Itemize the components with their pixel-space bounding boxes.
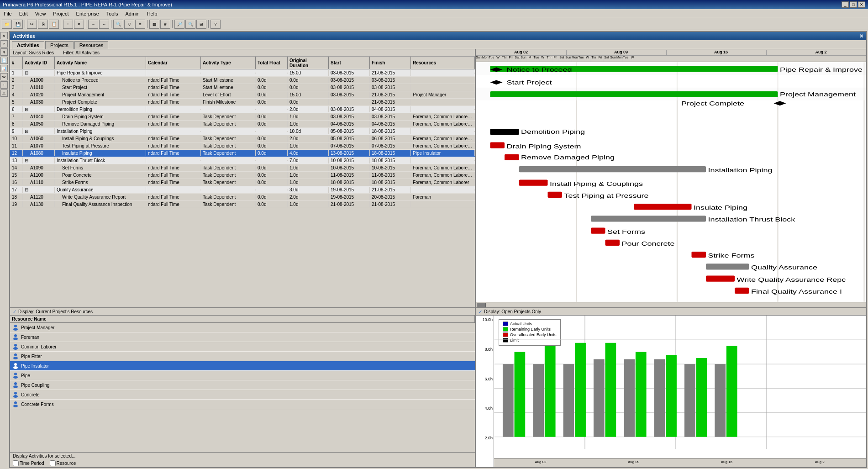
toolbar-group[interactable]: ≡ <box>135 20 145 29</box>
sidebar-risks[interactable]: ⚠ <box>0 90 8 97</box>
app-container: A P R 📄 📊 W ! ⚠ Activities ✕ Activities … <box>0 30 868 469</box>
col-header-actname[interactable]: Activity Name <box>55 57 146 69</box>
table-row[interactable]: 13⊟ Installation Thrust Block7.0d10-08-2… <box>10 157 475 164</box>
table-row[interactable]: 11 A1070Test Piping at Pressurendard Ful… <box>10 142 475 150</box>
toolbar-save[interactable]: 💾 <box>13 20 23 29</box>
time-period-option[interactable]: Time Period <box>13 460 44 466</box>
col-header-actid[interactable]: Activity ID <box>23 57 55 69</box>
resources-expand-icon[interactable]: ✓ <box>13 309 16 314</box>
activities-panel: Activities ✕ Activities Projects Resourc… <box>9 31 867 468</box>
resource-icon <box>12 362 19 369</box>
menu-view[interactable]: View <box>33 11 48 17</box>
maximize-button[interactable]: □ <box>850 1 857 8</box>
table-row[interactable]: 8 A1050Remove Damaged Pipingndard Full T… <box>10 121 475 128</box>
col-header-num[interactable]: # <box>10 57 23 69</box>
toolbar-copy[interactable]: ⎘ <box>38 20 48 29</box>
day-w4: W <box>629 56 636 62</box>
table-row[interactable]: 9⊟ Installation Piping10.0d05-08-201518-… <box>10 128 475 135</box>
resource-row[interactable]: Project Manager <box>10 323 475 332</box>
resource-row[interactable]: Concrete <box>10 390 475 400</box>
toolbar-outdent[interactable]: ← <box>99 20 109 29</box>
toolbar-zoom-out[interactable]: 🔍 <box>185 20 195 29</box>
col-header-resources[interactable]: Resources <box>411 57 475 69</box>
table-row[interactable]: 18 A1120Write Quality Assurance Reportnd… <box>10 194 475 201</box>
table-row[interactable]: 3 A1010Start Projectndard Full TimeStart… <box>10 84 475 91</box>
menu-edit[interactable]: Edit <box>17 11 30 17</box>
menu-enterprise[interactable]: Enterprise <box>74 11 101 17</box>
scroll-thumb[interactable] <box>477 303 486 307</box>
table-row[interactable]: 5 A1030Project Completendard Full TimeFi… <box>10 99 475 106</box>
menu-help[interactable]: Help <box>145 11 159 17</box>
toolbar-help[interactable]: ? <box>210 20 221 29</box>
layout-filter-bar: Layout: Swiss Rides Filter: All Activiti… <box>10 49 475 57</box>
toolbar-cut[interactable]: ✂ <box>27 20 37 29</box>
cell-acttype: Task Dependent <box>201 136 256 142</box>
resource-row[interactable]: Pipe Fitter <box>10 352 475 361</box>
sidebar-resources[interactable]: R <box>0 48 8 56</box>
col-header-totalfloat[interactable]: Total Float <box>256 57 288 69</box>
table-row[interactable]: 17⊟ Quality Assurance3.0d19-08-201521-08… <box>10 186 475 194</box>
resource-row[interactable]: Pipe Coupling <box>10 380 475 390</box>
toolbar-zoom-fit[interactable]: ⊞ <box>196 20 206 29</box>
resource-checkbox[interactable] <box>50 460 56 466</box>
toolbar-filter[interactable]: ▽ <box>124 20 134 29</box>
table-row[interactable]: 6⊟ Demolition Piping2.0d03-08-201504-08-… <box>10 106 475 113</box>
tab-resources[interactable]: Resources <box>74 41 109 49</box>
toolbar-find[interactable]: 🔍 <box>113 20 123 29</box>
chart-expand-icon[interactable]: ✓ <box>479 309 482 314</box>
toolbar-add[interactable]: + <box>63 20 73 29</box>
toolbar-open[interactable]: 📁 <box>2 20 12 29</box>
toolbar-zoom-in[interactable]: 🔎 <box>174 20 184 29</box>
menu-file[interactable]: File <box>2 11 14 17</box>
resource-option[interactable]: Resource <box>50 460 76 466</box>
table-row[interactable]: 15 A1100Pour Concretendard Full TimeTask… <box>10 172 475 179</box>
cell-start: 19-08-2015 <box>329 187 370 193</box>
minimize-button[interactable]: _ <box>842 1 849 8</box>
time-period-checkbox[interactable] <box>13 460 19 466</box>
col-header-calendar[interactable]: Calendar <box>146 57 201 69</box>
col-header-start[interactable]: Start <box>329 57 370 69</box>
menu-project[interactable]: Project <box>51 11 70 17</box>
layout-label: Layout: Swiss Rides <box>13 50 54 55</box>
close-button[interactable]: ✕ <box>858 1 865 8</box>
table-row[interactable]: 4 A1020Project Managementndard Full Time… <box>10 91 475 99</box>
cell-actid: ⊟ <box>23 70 55 76</box>
panel-title-bar: Activities ✕ <box>10 32 866 40</box>
toolbar-columns[interactable]: ▦ <box>149 20 159 29</box>
resource-row[interactable]: Common Laborer <box>10 342 475 352</box>
tab-activities[interactable]: Activities <box>12 41 44 49</box>
sidebar-wbs[interactable]: W <box>0 73 8 80</box>
sidebar-projects[interactable]: P <box>0 40 8 47</box>
resource-row[interactable]: Concrete Forms <box>10 400 475 409</box>
gantt-scrollbar[interactable] <box>476 302 866 307</box>
tab-projects[interactable]: Projects <box>45 41 74 49</box>
sidebar-reports[interactable]: 📄 <box>0 57 8 64</box>
menu-admin[interactable]: Admin <box>123 11 141 17</box>
cell-calendar: ndard Full Time <box>146 165 201 171</box>
table-row[interactable]: 10 A1060Install Piping & Couplingsndard … <box>10 135 475 142</box>
sidebar-tracking[interactable]: 📊 <box>0 65 8 72</box>
window-controls[interactable]: _ □ ✕ <box>842 1 865 8</box>
sidebar-activities[interactable]: A <box>0 32 8 39</box>
menu-tools[interactable]: Tools <box>105 11 120 17</box>
table-row[interactable]: 16 A1110Strike Formsndard Full TimeTask … <box>10 179 475 186</box>
table-row[interactable]: 1⊟ Pipe Repair & Improve15.0d03-08-20152… <box>10 69 475 77</box>
col-header-finish[interactable]: Finish <box>370 57 411 69</box>
table-row[interactable]: 7 A1040Drain Piping Systemndard Full Tim… <box>10 113 475 121</box>
resource-row[interactable]: Pipe Insulator <box>10 361 475 371</box>
table-row[interactable]: 14 A1090Set Formsndard Full TimeTask Dep… <box>10 164 475 172</box>
col-header-acttype[interactable]: Activity Type <box>201 57 256 69</box>
sidebar-issues[interactable]: ! <box>0 81 8 89</box>
toolbar-paste[interactable]: 📋 <box>49 20 59 29</box>
cell-resources: Foreman, Common Laborer <box>411 179 475 185</box>
panel-close-icon[interactable]: ✕ <box>859 33 863 39</box>
resource-row[interactable]: Pipe <box>10 371 475 380</box>
toolbar-delete[interactable]: ✕ <box>74 20 84 29</box>
table-row[interactable]: 2 A1000Notice to Proceedndard Full TimeS… <box>10 77 475 84</box>
table-row[interactable]: 12 A1080Insulate Pipingndard Full TimeTa… <box>10 150 475 157</box>
toolbar-indent[interactable]: → <box>88 20 98 29</box>
table-row[interactable]: 19 A1130Final Quality Assurance Inspecti… <box>10 201 475 208</box>
toolbar-layout[interactable]: # <box>160 20 170 29</box>
col-header-origdur[interactable]: Original Duration <box>288 57 329 69</box>
resource-row[interactable]: Foreman <box>10 332 475 342</box>
